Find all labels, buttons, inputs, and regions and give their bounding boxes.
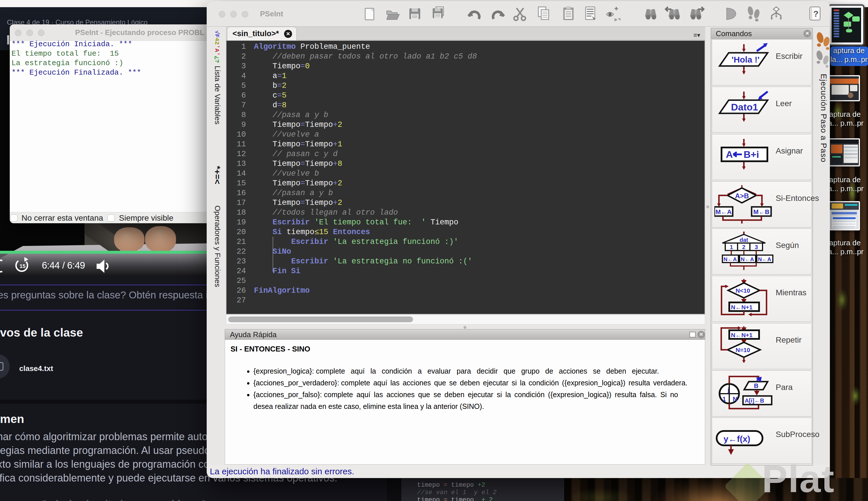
svg-text:M←B: M←B bbox=[753, 208, 769, 215]
svg-text:B: B bbox=[754, 382, 758, 390]
svg-text:j: j bbox=[727, 386, 729, 393]
svg-text:M←A: M←A bbox=[715, 208, 732, 215]
svg-text:?: ? bbox=[813, 9, 818, 18]
svg-text:1: 1 bbox=[722, 395, 726, 403]
svg-text:2: 2 bbox=[742, 244, 745, 250]
svg-text:1: 1 bbox=[730, 244, 733, 250]
svg-text:N←N+1: N←N+1 bbox=[731, 304, 753, 310]
svg-text:Dato1: Dato1 bbox=[731, 102, 758, 113]
svg-text:N←A: N←A bbox=[758, 256, 771, 262]
svg-text:3: 3 bbox=[755, 244, 758, 250]
svg-text:A>B: A>B bbox=[735, 192, 749, 200]
svg-text:N←N+1: N←N+1 bbox=[731, 332, 753, 338]
svg-text:N←A: N←A bbox=[741, 256, 754, 262]
svg-text:B+i: B+i bbox=[744, 149, 759, 160]
svg-text:15: 15 bbox=[20, 263, 26, 269]
svg-text:N<10: N<10 bbox=[736, 287, 750, 294]
svg-text:y←f(x): y←f(x) bbox=[724, 434, 750, 444]
svg-text:N=10: N=10 bbox=[736, 347, 750, 353]
svg-text:A[i]←B: A[i]←B bbox=[745, 397, 764, 404]
svg-text:N: N bbox=[733, 395, 737, 403]
svg-text:A: A bbox=[726, 149, 733, 160]
svg-text:N←A: N←A bbox=[724, 256, 737, 262]
svg-text:'Hola !': 'Hola !' bbox=[732, 55, 760, 64]
svg-text:dat: dat bbox=[739, 237, 748, 243]
